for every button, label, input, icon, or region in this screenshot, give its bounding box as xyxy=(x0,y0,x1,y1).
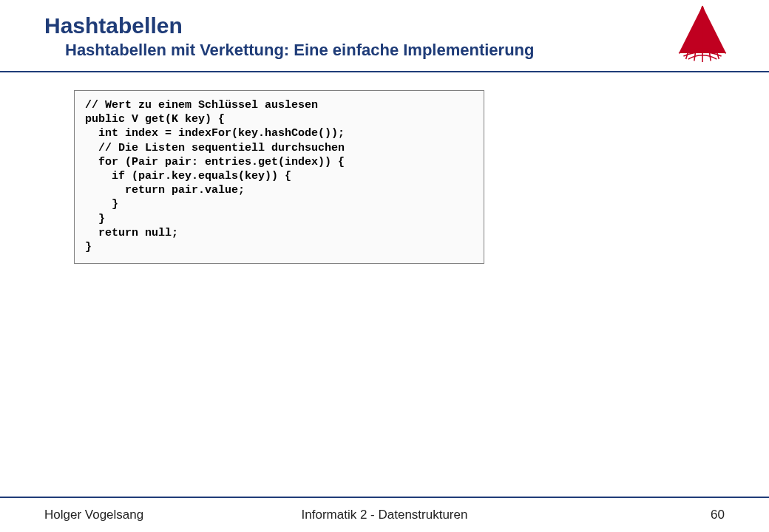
slide-header: Hashtabellen Hashtabellen mit Verkettung… xyxy=(0,0,769,60)
slide-title: Hashtabellen xyxy=(44,13,725,38)
slide-content: // Wert zu einem Schlüssel auslesen publ… xyxy=(0,81,769,488)
slide-subtitle: Hashtabellen mit Verkettung: Eine einfac… xyxy=(44,41,725,60)
code-listing: // Wert zu einem Schlüssel auslesen publ… xyxy=(85,98,473,254)
footer-page-number: 60 xyxy=(711,508,725,522)
header-divider xyxy=(0,71,769,72)
footer-course: Informatik 2 - Datenstrukturen xyxy=(0,508,769,522)
slide: Hashtabellen Hashtabellen mit Verkettung… xyxy=(0,0,769,532)
slide-footer: Holger Vogelsang Informatik 2 - Datenstr… xyxy=(0,498,769,532)
code-box: // Wert zu einem Schlüssel auslesen publ… xyxy=(74,90,484,264)
institution-logo-icon xyxy=(673,3,732,62)
